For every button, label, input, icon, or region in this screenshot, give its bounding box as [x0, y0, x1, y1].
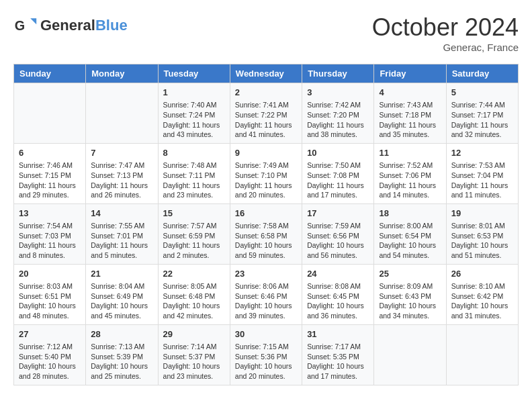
day-info-line: Sunset: 6:42 PM [451, 291, 513, 302]
day-number: 6 [19, 147, 81, 159]
calendar-cell: 19Sunrise: 8:01 AMSunset: 6:53 PMDayligh… [446, 203, 518, 264]
day-info-line: Sunrise: 8:09 AM [379, 281, 441, 291]
day-info-line: Daylight: 11 hours and 8 minutes. [19, 240, 81, 260]
day-info-line: Sunrise: 7:14 AM [163, 342, 225, 352]
day-info-line: Sunset: 6:51 PM [19, 291, 81, 302]
calendar-header-row: SundayMondayTuesdayWednesdayThursdayFrid… [14, 64, 519, 83]
day-info-line: Sunrise: 8:05 AM [163, 281, 225, 291]
day-number: 10 [307, 147, 369, 159]
day-info-line: Sunrise: 7:57 AM [163, 221, 225, 231]
day-number: 12 [451, 147, 513, 159]
day-number: 5 [451, 87, 513, 99]
day-info-line: Daylight: 10 hours and 23 minutes. [163, 361, 225, 381]
page-header: G GeneralBlue October 2024 Generac, Fran… [13, 13, 519, 53]
day-number: 22 [163, 268, 225, 280]
day-info-line: Daylight: 11 hours and 11 minutes. [451, 181, 513, 200]
day-info-line: Sunset: 7:11 PM [163, 171, 225, 181]
day-info-line: Sunset: 6:49 PM [91, 291, 152, 302]
day-info-line: Sunrise: 7:15 AM [235, 342, 297, 352]
logo: G GeneralBlue [13, 13, 128, 38]
day-info-line: Daylight: 10 hours and 34 minutes. [379, 301, 441, 320]
day-info-line: Daylight: 10 hours and 28 minutes. [19, 361, 81, 381]
calendar-cell: 11Sunrise: 7:52 AMSunset: 7:06 PMDayligh… [374, 143, 446, 203]
calendar-cell: 6Sunrise: 7:46 AMSunset: 7:15 PMDaylight… [14, 143, 86, 203]
day-info-line: Sunrise: 8:04 AM [91, 281, 152, 291]
day-info-line: Sunset: 6:58 PM [235, 231, 297, 241]
day-info-line: Sunrise: 7:42 AM [307, 100, 369, 110]
day-info-line: Daylight: 10 hours and 31 minutes. [451, 301, 513, 320]
day-number: 19 [451, 208, 513, 220]
title-block: October 2024 Generac, France [372, 13, 519, 53]
day-info-line: Sunrise: 8:03 AM [19, 281, 81, 291]
location: Generac, France [372, 42, 519, 53]
calendar-cell: 15Sunrise: 7:57 AMSunset: 6:59 PMDayligh… [158, 203, 230, 264]
day-number: 3 [307, 87, 369, 99]
day-info-line: Daylight: 10 hours and 51 minutes. [451, 240, 513, 260]
calendar-cell: 25Sunrise: 8:09 AMSunset: 6:43 PMDayligh… [374, 264, 446, 324]
day-number: 14 [91, 208, 152, 220]
calendar-cell [374, 324, 446, 385]
weekday-header: Sunday [14, 64, 86, 83]
day-info-line: Sunrise: 8:06 AM [235, 281, 297, 291]
day-info-line: Sunrise: 8:01 AM [451, 221, 513, 231]
day-info-line: Sunrise: 7:48 AM [163, 161, 225, 171]
calendar-cell: 10Sunrise: 7:50 AMSunset: 7:08 PMDayligh… [302, 143, 374, 203]
day-info-line: Sunrise: 8:10 AM [451, 281, 513, 291]
day-number: 2 [235, 87, 297, 99]
calendar-cell: 5Sunrise: 7:44 AMSunset: 7:17 PMDaylight… [446, 83, 518, 144]
day-number: 17 [307, 208, 369, 220]
day-number: 28 [91, 328, 152, 340]
day-info-line: Sunrise: 7:17 AM [307, 342, 369, 352]
day-info-line: Sunrise: 7:46 AM [19, 161, 81, 171]
day-info-line: Sunset: 7:15 PM [19, 171, 81, 181]
calendar-cell: 12Sunrise: 7:53 AMSunset: 7:04 PMDayligh… [446, 143, 518, 203]
day-info-line: Daylight: 10 hours and 59 minutes. [235, 240, 297, 260]
day-info-line: Daylight: 10 hours and 56 minutes. [307, 240, 369, 260]
day-info-line: Daylight: 10 hours and 25 minutes. [91, 361, 152, 381]
day-info-line: Sunrise: 7:43 AM [379, 100, 441, 110]
weekday-header: Thursday [302, 64, 374, 83]
day-number: 11 [379, 147, 441, 159]
day-info-line: Sunrise: 7:44 AM [451, 100, 513, 110]
day-info-line: Daylight: 10 hours and 48 minutes. [19, 301, 81, 320]
weekday-header: Monday [86, 64, 158, 83]
calendar-week-row: 1Sunrise: 7:40 AMSunset: 7:24 PMDaylight… [14, 83, 519, 144]
day-info-line: Sunset: 7:03 PM [19, 231, 81, 241]
day-number: 27 [19, 328, 81, 340]
day-info-line: Sunset: 6:56 PM [307, 231, 369, 241]
day-info-line: Daylight: 10 hours and 42 minutes. [163, 301, 225, 320]
day-info-line: Daylight: 11 hours and 32 minutes. [451, 120, 513, 140]
day-info-line: Daylight: 11 hours and 2 minutes. [163, 240, 225, 260]
day-info-line: Daylight: 11 hours and 20 minutes. [235, 181, 297, 200]
day-info-line: Sunrise: 7:54 AM [19, 221, 81, 231]
day-number: 24 [307, 268, 369, 280]
day-info-line: Sunset: 6:53 PM [451, 231, 513, 241]
calendar-cell: 16Sunrise: 7:58 AMSunset: 6:58 PMDayligh… [230, 203, 302, 264]
day-info-line: Sunset: 5:37 PM [163, 352, 225, 362]
calendar-cell: 14Sunrise: 7:55 AMSunset: 7:01 PMDayligh… [86, 203, 158, 264]
day-number: 8 [163, 147, 225, 159]
day-info-line: Sunrise: 7:58 AM [235, 221, 297, 231]
weekday-header: Friday [374, 64, 446, 83]
day-info-line: Daylight: 11 hours and 17 minutes. [307, 181, 369, 200]
calendar-cell: 20Sunrise: 8:03 AMSunset: 6:51 PMDayligh… [14, 264, 86, 324]
day-info-line: Sunset: 6:46 PM [235, 291, 297, 302]
logo-icon: G [13, 13, 38, 38]
calendar-cell: 24Sunrise: 8:08 AMSunset: 6:45 PMDayligh… [302, 264, 374, 324]
day-info-line: Sunset: 7:13 PM [91, 171, 152, 181]
calendar-cell: 22Sunrise: 8:05 AMSunset: 6:48 PMDayligh… [158, 264, 230, 324]
day-info-line: Sunset: 5:40 PM [19, 352, 81, 362]
day-info-line: Sunrise: 7:50 AM [307, 161, 369, 171]
day-info-line: Sunset: 7:24 PM [163, 110, 225, 120]
logo-text: GeneralBlue [40, 17, 128, 34]
calendar-week-row: 13Sunrise: 7:54 AMSunset: 7:03 PMDayligh… [14, 203, 519, 264]
day-info-line: Sunrise: 7:59 AM [307, 221, 369, 231]
calendar-cell [14, 83, 86, 144]
day-info-line: Daylight: 10 hours and 54 minutes. [379, 240, 441, 260]
day-info-line: Sunrise: 7:40 AM [163, 100, 225, 110]
day-number: 15 [163, 208, 225, 220]
day-info-line: Daylight: 11 hours and 35 minutes. [379, 120, 441, 140]
day-info-line: Sunset: 7:10 PM [235, 171, 297, 181]
day-info-line: Sunset: 7:01 PM [91, 231, 152, 241]
day-info-line: Sunrise: 7:52 AM [379, 161, 441, 171]
